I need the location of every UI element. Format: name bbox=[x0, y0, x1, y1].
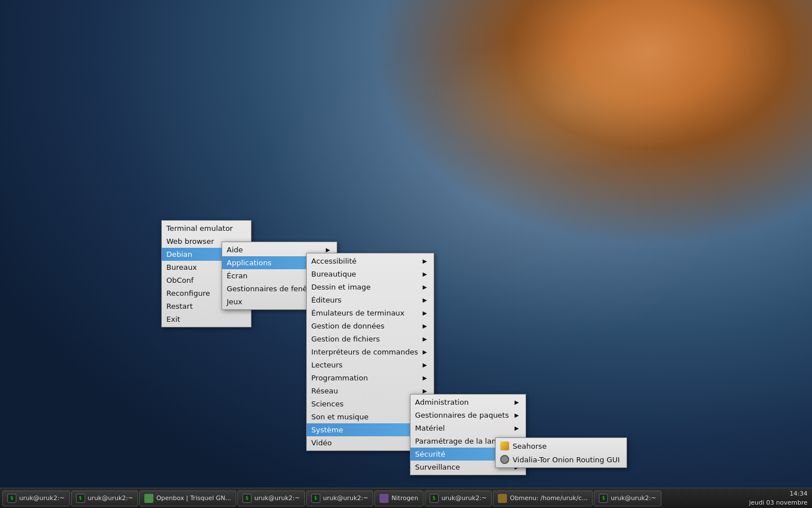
submenu-arrow-gestfichiers: ▶ bbox=[422, 336, 427, 342]
terminal-icon-4: $ bbox=[311, 494, 320, 503]
taskbar-label-term1: uruk@uruk2:~ bbox=[19, 494, 65, 502]
submenu-arrow-interpreteurs: ▶ bbox=[422, 349, 427, 355]
menu-item-dessin-image[interactable]: Dessin et image ▶ bbox=[307, 281, 434, 294]
terminal-icon-1: $ bbox=[7, 494, 16, 503]
taskbar-label-term2: uruk@uruk2:~ bbox=[88, 494, 134, 502]
clock-date: jeudi 03 novembre bbox=[749, 498, 807, 507]
menu-item-gestion-fichiers[interactable]: Gestion de fichiers ▶ bbox=[307, 332, 434, 345]
taskbar-label-openbox: Openbox | Trisquel GN... bbox=[156, 494, 231, 502]
menu-item-administration[interactable]: Administration ▶ bbox=[411, 396, 526, 409]
obmenu-icon bbox=[498, 494, 507, 503]
submenu-arrow-editeurs: ▶ bbox=[422, 297, 427, 303]
menu-item-terminal-emulator[interactable]: Terminal emulator bbox=[162, 222, 251, 235]
taskbar-item-term4[interactable]: $ uruk@uruk2:~ bbox=[306, 491, 374, 506]
menu-item-vidalia[interactable]: Vidalia-Tor Onion Routing GUI bbox=[496, 453, 626, 466]
menu-item-emulateurs-terminaux[interactable]: Émulateurs de terminaux ▶ bbox=[307, 306, 434, 319]
submenu-arrow-aide: ▶ bbox=[326, 247, 330, 253]
menu-item-gestion-donnees[interactable]: Gestion de données ▶ bbox=[307, 319, 434, 332]
clock-time: 14:34 bbox=[749, 489, 807, 498]
menu-item-gestionnaires-paquets[interactable]: Gestionnaires de paquets ▶ bbox=[411, 409, 526, 422]
desktop: Terminal emulator Web browser Debian ▶ B… bbox=[0, 0, 812, 508]
submenu-arrow-programmation: ▶ bbox=[422, 375, 427, 381]
taskbar-label-obmenu: Obmenu: /home/uruk/c... bbox=[510, 494, 588, 502]
menu-item-exit[interactable]: Exit bbox=[162, 313, 251, 326]
taskbar-item-term6[interactable]: $ uruk@uruk2:~ bbox=[594, 491, 661, 506]
taskbar-item-nitrogen[interactable]: Nitrogen bbox=[374, 491, 423, 506]
submenu-arrow-accessibilite: ▶ bbox=[422, 258, 427, 264]
submenu-arrow-bureautique: ▶ bbox=[422, 271, 427, 277]
openbox-icon bbox=[144, 494, 153, 503]
submenu-arrow-dessin: ▶ bbox=[422, 284, 427, 290]
taskbar-item-term2[interactable]: $ uruk@uruk2:~ bbox=[71, 491, 139, 506]
terminal-icon-5: $ bbox=[430, 494, 439, 503]
taskbar: $ uruk@uruk2:~ $ uruk@uruk2:~ Openbox | … bbox=[0, 488, 812, 508]
taskbar-label-term5: uruk@uruk2:~ bbox=[442, 494, 487, 502]
taskbar-item-obmenu[interactable]: Obmenu: /home/uruk/c... bbox=[493, 491, 593, 506]
taskbar-label-term3: uruk@uruk2:~ bbox=[254, 494, 300, 502]
taskbar-item-term1[interactable]: $ uruk@uruk2:~ bbox=[2, 491, 70, 506]
submenu-arrow-emulateurs: ▶ bbox=[422, 310, 427, 316]
terminal-icon-2: $ bbox=[76, 494, 85, 503]
submenu-arrow-reseau: ▶ bbox=[422, 388, 427, 394]
nitrogen-icon bbox=[379, 494, 389, 503]
taskbar-label-term6: uruk@uruk2:~ bbox=[611, 494, 656, 502]
menu-item-editeurs[interactable]: Éditeurs ▶ bbox=[307, 294, 434, 306]
taskbar-label-nitrogen: Nitrogen bbox=[391, 494, 418, 502]
tor-icon bbox=[500, 455, 509, 464]
menu-item-interpreteurs-commandes[interactable]: Interpréteurs de commandes ▶ bbox=[307, 345, 434, 358]
securite-menu[interactable]: Seahorse Vidalia-Tor Onion Routing GUI bbox=[495, 437, 627, 468]
menu-item-materiel[interactable]: Matériel ▶ bbox=[411, 422, 526, 435]
submenu-arrow-lecteurs: ▶ bbox=[422, 362, 427, 368]
taskbar-clock: 14:34 jeudi 03 novembre bbox=[749, 489, 810, 507]
submenu-arrow-gestdonnees: ▶ bbox=[422, 323, 427, 329]
taskbar-item-term5[interactable]: $ uruk@uruk2:~ bbox=[425, 491, 492, 506]
taskbar-label-term4: uruk@uruk2:~ bbox=[323, 494, 369, 502]
submenu-arrow-gestpaquets: ▶ bbox=[514, 412, 519, 418]
terminal-icon-3: $ bbox=[242, 494, 251, 503]
seahorse-icon bbox=[500, 441, 509, 450]
submenu-arrow-administration: ▶ bbox=[514, 399, 519, 405]
submenu-arrow-materiel: ▶ bbox=[514, 425, 519, 431]
terminal-icon-6: $ bbox=[599, 494, 608, 503]
taskbar-item-term3[interactable]: $ uruk@uruk2:~ bbox=[237, 491, 305, 506]
taskbar-item-openbox[interactable]: Openbox | Trisquel GN... bbox=[139, 491, 236, 506]
menu-item-programmation[interactable]: Programmation ▶ bbox=[307, 371, 434, 384]
menu-item-lecteurs[interactable]: Lecteurs ▶ bbox=[307, 358, 434, 371]
menu-item-accessibilite[interactable]: Accessibilité ▶ bbox=[307, 255, 434, 268]
menu-item-bureautique[interactable]: Bureautique ▶ bbox=[307, 268, 434, 281]
menu-item-seahorse[interactable]: Seahorse bbox=[496, 439, 626, 453]
